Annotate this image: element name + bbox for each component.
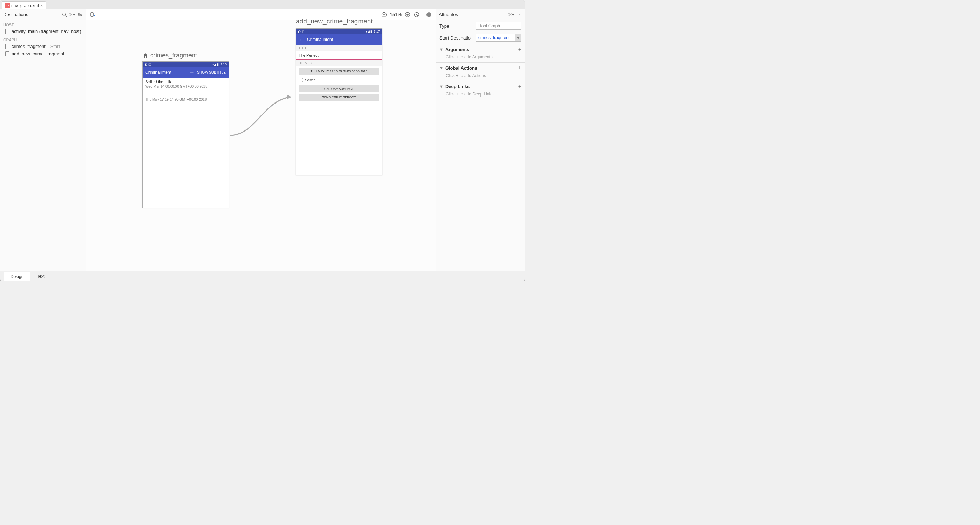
graph-item-label: crimes_fragment: [11, 44, 46, 49]
global-actions-section-header[interactable]: ▼ Global Actions +: [436, 63, 525, 73]
deep-links-hint: Click + to add Deep Links: [436, 92, 525, 99]
dropdown-caret-icon: ▾: [515, 34, 521, 41]
arguments-section: ▼ Arguments + Click + to add Arguments: [436, 44, 525, 62]
issues-icon[interactable]: [426, 11, 432, 18]
destinations-panel: Destinations ✲▾ ↹ HOST activity_main (fr…: [0, 10, 86, 271]
svg-rect-12: [428, 13, 429, 15]
fragment-icon: [5, 51, 10, 56]
attr-type-label: Type: [439, 24, 473, 29]
appbar-title: CriminalIntent: [307, 37, 379, 42]
fragment-icon: [5, 44, 10, 49]
back-arrow-icon[interactable]: ←: [299, 37, 304, 42]
attr-start-destination-label: Start Destinatio: [439, 35, 473, 41]
nav-action-arrow: [228, 83, 298, 146]
global-actions-section: ▼ Global Actions + Click + to add Action…: [436, 62, 525, 81]
attributes-header: Attributes ✲▾ →|: [436, 10, 525, 20]
destinations-title: Destinations: [3, 12, 60, 17]
host-item-activity-main[interactable]: activity_main (fragment_nav_host): [0, 28, 86, 35]
add-crime-icon[interactable]: +: [190, 69, 194, 76]
attr-start-destination-row: Start Destinatio crimes_fragment ▾: [436, 32, 525, 44]
graph-section-header: GRAPH: [0, 35, 86, 43]
canvas-wrapper: 151% crimes_fragment: [86, 10, 436, 271]
phone-appbar: CriminalIntent + SHOW SUBTITLE: [143, 67, 229, 78]
add-global-action-button[interactable]: +: [518, 65, 521, 71]
add-argument-button[interactable]: +: [518, 46, 521, 52]
home-icon: [143, 53, 148, 59]
deep-links-section: ▼ Deep Links + Click + to add Deep Links: [436, 81, 525, 99]
list-item: Spilled the milk Wed Mar 14 00:00:00 GMT…: [143, 78, 229, 90]
destinations-header: Destinations ✲▾ ↹: [0, 10, 86, 20]
title-input[interactable]: The Perfect!: [296, 51, 382, 60]
choose-suspect-button[interactable]: CHOOSE SUSPECT: [299, 85, 379, 92]
graph-item-suffix: - Start: [48, 44, 60, 49]
zoom-in-icon[interactable]: [404, 11, 411, 18]
canvas-toolbar: 151%: [86, 10, 436, 20]
tab-design[interactable]: Design: [4, 272, 30, 281]
svg-line-1: [65, 15, 67, 17]
add-new-crime-label: add_new_crime_fragment: [296, 17, 373, 25]
tab-text[interactable]: Text: [30, 272, 51, 281]
details-section-header: DETAILS: [296, 60, 382, 67]
svg-marker-14: [287, 94, 291, 99]
file-tab-nav-graph[interactable]: <> nav_graph.xml ×: [2, 2, 46, 9]
send-report-button[interactable]: SEND CRIME REPORT: [299, 94, 379, 101]
graph-item-add-new-crime[interactable]: add_new_crime_fragment: [0, 50, 86, 57]
collapse-icon[interactable]: →|: [516, 11, 522, 18]
list-item: Thu May 17 19:14:20 GMT+00:00 2018: [143, 95, 229, 103]
svg-rect-13: [428, 16, 429, 16]
gear-icon[interactable]: ✲▾: [69, 11, 75, 18]
autoarrange-icon[interactable]: ↹: [77, 11, 83, 18]
svg-rect-2: [91, 13, 94, 16]
title-section-header: TITLE: [296, 45, 382, 51]
search-icon[interactable]: [61, 11, 68, 18]
solved-checkbox-input[interactable]: [299, 78, 303, 82]
nav-canvas[interactable]: crimes_fragment ◐ ◻ ▾◢ ▮ 7:16 CriminalIn…: [86, 20, 436, 271]
host-item-label: activity_main (fragment_nav_host): [11, 29, 81, 34]
attributes-title: Attributes: [439, 12, 507, 17]
zoom-out-icon[interactable]: [381, 11, 387, 18]
editor-mode-tabs: Design Text: [0, 271, 525, 281]
layout-icon: [5, 29, 10, 34]
arguments-hint: Click + to add Arguments: [436, 55, 525, 62]
zoom-level: 151%: [390, 12, 402, 17]
host-section-header: HOST: [0, 20, 86, 28]
chevron-down-icon: ▼: [439, 66, 443, 70]
close-file-tab-icon[interactable]: ×: [40, 3, 43, 8]
arguments-section-header[interactable]: ▼ Arguments +: [436, 44, 525, 55]
solved-checkbox[interactable]: Solved: [296, 76, 382, 84]
attr-type-row: Type Root Graph: [436, 20, 525, 32]
zoom-reset-icon[interactable]: [414, 11, 420, 18]
phone-statusbar: ◐ ◻ ▾◢ ▮ 7:17: [296, 29, 382, 34]
deep-links-section-header[interactable]: ▼ Deep Links +: [436, 81, 525, 92]
crimes-fragment-label: crimes_fragment: [143, 52, 197, 59]
xml-file-icon: <>: [5, 3, 10, 8]
destination-crimes-fragment[interactable]: crimes_fragment ◐ ◻ ▾◢ ▮ 7:16 CriminalIn…: [142, 61, 229, 208]
svg-point-0: [63, 13, 66, 16]
chevron-down-icon: ▼: [439, 84, 443, 89]
destination-add-new-crime[interactable]: add_new_crime_fragment ◐ ◻ ▾◢ ▮ 7:17 ← C…: [296, 29, 382, 175]
gear-icon[interactable]: ✲▾: [508, 11, 514, 18]
add-destination-icon[interactable]: [90, 11, 96, 18]
chevron-down-icon: ▼: [439, 47, 443, 51]
show-subtitle-button[interactable]: SHOW SUBTITLE: [197, 71, 226, 75]
add-deep-link-button[interactable]: +: [518, 83, 521, 90]
workspace: Destinations ✲▾ ↹ HOST activity_main (fr…: [0, 10, 525, 271]
graph-item-label: add_new_crime_fragment: [11, 51, 64, 56]
attr-type-value[interactable]: Root Graph: [476, 22, 521, 30]
file-tab-label: nav_graph.xml: [11, 3, 39, 8]
date-button[interactable]: THU MAY 17 19:16:55 GMT+00:00 2018: [299, 68, 379, 75]
attr-start-destination-select[interactable]: crimes_fragment ▾: [476, 34, 521, 41]
graph-item-crimes-fragment[interactable]: crimes_fragment - Start: [0, 43, 86, 50]
editor-tabbar: <> nav_graph.xml ×: [0, 0, 525, 10]
appbar-title: CriminalIntent: [145, 70, 187, 75]
attributes-panel: Attributes ✲▾ →| Type Root Graph Start D…: [436, 10, 525, 271]
phone-statusbar: ◐ ◻ ▾◢ ▮ 7:16: [143, 62, 229, 67]
phone-appbar: ← CriminalIntent: [296, 34, 382, 45]
global-actions-hint: Click + to add Actions: [436, 73, 525, 81]
